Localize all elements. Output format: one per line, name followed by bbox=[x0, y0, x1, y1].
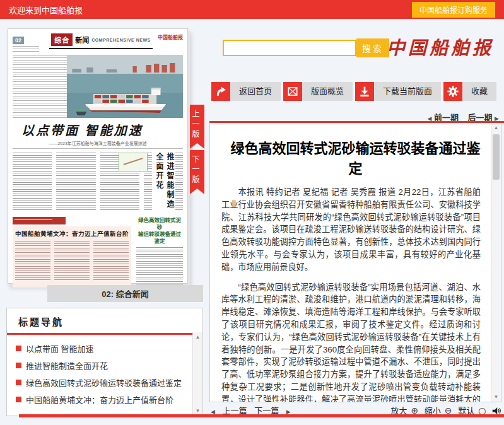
return-arrow-icon bbox=[211, 82, 230, 101]
red-bullet-icon bbox=[16, 363, 21, 368]
red-bullet-icon bbox=[16, 346, 21, 351]
title-navigation-list: 以点带面 智能加速 推进智能制造全面开花 绿色高效回转式泥砂输运转驳装备通过鉴定… bbox=[7, 340, 202, 408]
toolbar: 返回首页 版面概览 下载当前版面 收藏 bbox=[211, 82, 496, 101]
green-headline-line1: 绿色高效回转式泥砂 bbox=[136, 217, 183, 231]
tab-previous-page[interactable]: 上一版 bbox=[190, 105, 204, 149]
section-title: 综合 新闻 COMPREHENSIVE NEWS bbox=[49, 33, 153, 49]
front-article-intro-lines bbox=[13, 55, 67, 118]
page-number-badge: 02 bbox=[13, 37, 24, 44]
gear-icon bbox=[443, 82, 462, 101]
kicker-label bbox=[13, 217, 66, 224]
nav-item-label: 以点带面 智能加速 bbox=[26, 342, 94, 354]
section-title-en: COMPREHENSIVE NEWS bbox=[91, 38, 150, 42]
page-tabs: 上一版 下一版 bbox=[190, 105, 204, 194]
nav-list-item[interactable]: 中国船舶黄埔文冲：奋力迈上产值新台阶 bbox=[16, 391, 194, 408]
page-caption: 02: 综合新闻 bbox=[47, 285, 203, 302]
newspaper-body-columns: 推进智能制造全面开花 bbox=[13, 153, 183, 212]
search-input[interactable] bbox=[223, 40, 356, 56]
inline-illustration bbox=[119, 153, 148, 172]
article-paragraph: “绿色高效回转式泥砂输运转驳装备”实用场景包括河道、湖泊、水库等水利工程的清淤、… bbox=[221, 281, 481, 402]
newspaper-mini-logo: 中国船舶报 bbox=[153, 33, 183, 40]
download-icon bbox=[355, 82, 374, 101]
nav-item-label: 绿色高效回转式泥砂输运转驳装备通过鉴定 bbox=[26, 376, 182, 388]
nav-list-item[interactable]: 推进智能制造全面开花 bbox=[16, 357, 194, 374]
article-scrollbar[interactable]: ▲ ▼ bbox=[491, 123, 501, 402]
text-column bbox=[13, 153, 52, 212]
newspaper-page-info: 02 bbox=[13, 33, 49, 52]
nav-list-item[interactable]: 绿色高效回转式泥砂输运转驳装备通过鉴定 bbox=[16, 374, 194, 391]
search-button[interactable]: 搜索 bbox=[356, 38, 389, 57]
nav-list-item[interactable]: 以点带面 智能加速 bbox=[16, 340, 194, 357]
red-bullet-icon bbox=[16, 397, 21, 402]
scroll-up-icon[interactable]: ▲ bbox=[193, 334, 202, 340]
search-bar: 搜索 bbox=[223, 38, 389, 58]
brand-logo: 中国船舶报 bbox=[387, 33, 494, 59]
welcome-text: 欢迎来到中国船舶报 bbox=[9, 4, 83, 16]
text-column bbox=[15, 241, 50, 281]
scroll-up-icon[interactable]: ▲ bbox=[491, 125, 501, 131]
favorite-button-label: 收藏 bbox=[462, 82, 496, 101]
tab-next-page[interactable]: 下一版 bbox=[190, 150, 204, 194]
text-column bbox=[56, 153, 95, 212]
green-headline-line2: 输运转驳装备通过鉴定 bbox=[136, 231, 183, 245]
scrollbar-thumb[interactable] bbox=[493, 134, 500, 180]
ship-photo bbox=[67, 55, 183, 118]
nav-item-label: 中国船舶黄埔文冲：奋力迈上产值新台阶 bbox=[26, 393, 173, 405]
scroll-down-icon[interactable]: ▼ bbox=[193, 408, 202, 414]
bottom-article-columns bbox=[15, 241, 129, 281]
article-panel: 绿色高效回转式泥砂输运转驳装备通过鉴定 本报讯 特约记者 夏纪福 记者 吴秀霞 … bbox=[209, 123, 501, 402]
overview-button[interactable]: 版面概览 bbox=[283, 82, 353, 101]
subscribe-button[interactable]: 中国船舶报订购服务 bbox=[412, 2, 495, 18]
scroll-down-icon[interactable]: ▼ bbox=[491, 394, 501, 400]
vertical-headline: 推进智能制造全面开花 bbox=[152, 153, 175, 212]
red-bullet-icon bbox=[16, 380, 21, 385]
section-title-red: 综合 bbox=[51, 33, 73, 46]
download-button-label: 下载当前版面 bbox=[374, 82, 441, 101]
home-button[interactable]: 返回首页 bbox=[211, 82, 281, 101]
title-navigation-panel: 标题导航 以点带面 智能加速 推进智能制造全面开花 绿色高效回转式泥砂输运转驳装… bbox=[6, 308, 203, 416]
front-article bbox=[13, 55, 183, 118]
section-title-black: 新闻 bbox=[75, 35, 89, 45]
red-divider bbox=[7, 333, 202, 335]
home-button-label: 返回首页 bbox=[230, 82, 281, 101]
text-column bbox=[93, 241, 129, 281]
article-title: 绿色高效回转式泥砂输运转驳装备通过鉴定 bbox=[225, 137, 486, 177]
front-subheadline: ——2023年江苏船舶与海洋工程装备产业发展综述 bbox=[13, 140, 183, 149]
bottom-left-article: 中国船舶黄埔文冲：奋力迈上产值新台阶 bbox=[13, 217, 131, 288]
newspaper-bottom-articles: 中国船舶黄埔文冲：奋力迈上产值新台阶 绿色高效回转式泥砂 输运转驳装备通过鉴定 bbox=[13, 217, 183, 288]
overview-button-label: 版面概览 bbox=[302, 82, 353, 101]
bottom-headline: 中国船舶黄埔文冲：奋力迈上产值新台阶 bbox=[15, 229, 129, 238]
bottom-right-article: 绿色高效回转式泥砂 输运转驳装备通过鉴定 bbox=[136, 217, 183, 288]
front-headline: 以点带面 智能加速 bbox=[13, 120, 183, 139]
newspaper-header: 02 综合 新闻 COMPREHENSIVE NEWS 中国船舶报 bbox=[13, 33, 183, 52]
title-navigation-heading: 标题导航 bbox=[7, 308, 202, 333]
download-button[interactable]: 下载当前版面 bbox=[355, 82, 441, 101]
article-body: 本报讯 特约记者 夏纪福 记者 吴秀霞 报道 2月22日，江苏省船舶工业行业协会… bbox=[221, 186, 481, 402]
nav-panel-scrollbar[interactable]: ▲ ▼ bbox=[192, 332, 202, 416]
article-paragraph: 本报讯 特约记者 夏纪福 记者 吴秀霞 报道 2月22日，江苏省船舶工业行业协会… bbox=[221, 186, 481, 274]
text-column bbox=[54, 241, 90, 281]
text-column bbox=[136, 247, 183, 288]
nav-item-label: 推进智能制造全面开花 bbox=[26, 359, 108, 371]
footer-red-line bbox=[19, 414, 504, 417]
bottom-article-panel: 中国船舶黄埔文冲：奋力迈上产值新台阶 bbox=[13, 226, 131, 288]
top-bar: 欢迎来到中国船舶报 中国船舶报订购服务 bbox=[0, 0, 504, 19]
layout-grid-icon bbox=[283, 82, 302, 101]
page-info-lines bbox=[13, 46, 39, 52]
favorite-button[interactable]: 收藏 bbox=[443, 82, 496, 101]
newspaper-page-thumbnail[interactable]: 02 综合 新闻 COMPREHENSIVE NEWS 中国船舶报 bbox=[8, 28, 188, 284]
